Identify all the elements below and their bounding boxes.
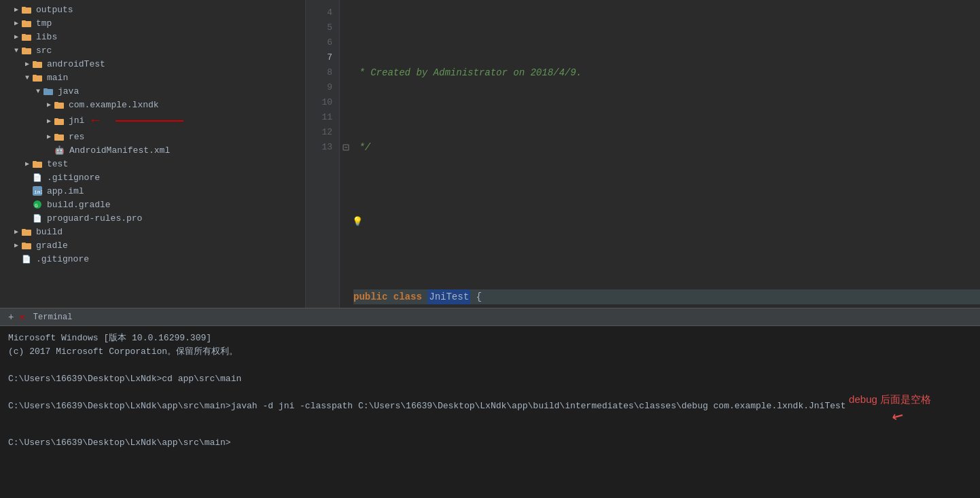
file-icon-gitignore-root: 📄 — [22, 255, 31, 264]
terminal-line-7 — [8, 423, 972, 436]
folder-icon-jni — [54, 117, 64, 125]
sidebar-item-test[interactable]: test — [0, 157, 305, 171]
code-content[interactable]: * Created by Administrator on 2018/4/9. … — [340, 0, 980, 308]
code-container[interactable]: 4 5 6 7 8 9 10 11 12 13 * Created by Adm… — [306, 0, 980, 308]
tree-arrow-java — [33, 86, 43, 96]
sidebar-label-libs: libs — [36, 32, 57, 42]
sidebar-item-jni[interactable]: jni ← — [0, 111, 305, 130]
terminal-line-4: C:\Users\16639\Desktop\LxNdk>cd app\src\… — [8, 372, 972, 386]
terminal-line-2: (c) 2017 Microsoft Corporation。保留所有权利。 — [8, 345, 972, 359]
svg-rect-29 — [22, 243, 26, 245]
sidebar-label-gitignore: .gitignore — [47, 173, 100, 183]
sidebar-label-gitignore-root: .gitignore — [36, 254, 89, 264]
sidebar-item-libs[interactable]: libs — [0, 30, 305, 43]
sidebar-label-androidmanifest: AndroidManifest.xml — [69, 145, 170, 156]
sidebar-item-appiml[interactable]: iml app.iml — [0, 184, 305, 198]
sidebar-item-src[interactable]: src — [0, 43, 305, 57]
space — [422, 289, 427, 304]
sidebar-item-proguard[interactable]: 📄 proguard-rules.pro — [0, 211, 305, 225]
svg-rect-5 — [22, 34, 26, 36]
tree-arrow-build — [11, 226, 22, 237]
terminal-close-icon[interactable]: ✕ — [19, 311, 24, 323]
sidebar-label-java: java — [58, 86, 79, 96]
terminal-line-6: C:\Users\16639\Desktop\LxNdk\app\src\mai… — [8, 399, 972, 423]
svg-rect-21 — [33, 161, 37, 163]
line-num-5: 5 — [313, 20, 332, 35]
file-icon-appiml: iml — [33, 186, 42, 196]
svg-rect-7 — [22, 48, 26, 50]
svg-rect-17 — [54, 118, 58, 120]
file-tree-sidebar[interactable]: outputs tmp libs src — [0, 0, 306, 308]
folder-icon-tmp — [22, 19, 31, 27]
sidebar-item-java[interactable]: java — [0, 84, 305, 98]
terminal-line-5 — [8, 386, 972, 399]
bulb-icon: 💡 — [352, 215, 363, 230]
code-line-6: 💡 — [353, 215, 980, 230]
tree-arrow-src — [11, 45, 22, 56]
folder-icon-build — [22, 228, 31, 236]
classname-jnitest: JniTest — [427, 289, 470, 304]
folder-icon-java — [43, 87, 53, 95]
sidebar-item-main[interactable]: main — [0, 71, 305, 84]
red-arrow-line — [116, 120, 183, 122]
debug-annotation: debug 后面是空格 ↙ — [849, 399, 972, 423]
file-icon-proguard: 📄 — [33, 214, 42, 223]
sidebar-item-buildgradle[interactable]: G build.gradle — [0, 198, 305, 211]
code-line-7: public class JniTest { — [353, 289, 980, 304]
sidebar-item-gitignore[interactable]: 📄 .gitignore — [0, 171, 305, 184]
sidebar-label-gradle: gradle — [36, 241, 68, 251]
sidebar-label-buildgradle: build.gradle — [47, 200, 111, 210]
sidebar-item-outputs[interactable]: outputs — [0, 3, 305, 16]
tree-arrow-test — [22, 158, 33, 169]
sidebar-item-androidmanifest[interactable]: 🤖 AndroidManifest.xml — [0, 143, 305, 157]
tree-arrow-main — [22, 72, 33, 83]
folder-icon-res — [54, 132, 64, 141]
code-brace-open: { — [470, 289, 482, 304]
sidebar-label-build: build — [36, 227, 63, 237]
tree-arrow-androidtest — [22, 58, 33, 69]
svg-text:iml: iml — [34, 189, 42, 195]
line-numbers: 4 5 6 7 8 9 10 11 12 13 — [306, 0, 340, 308]
debug-note-text: debug 后面是空格 — [849, 393, 931, 406]
tree-arrow-res — [43, 131, 54, 142]
tree-arrow-jni — [43, 115, 54, 126]
svg-rect-1 — [22, 7, 26, 9]
sidebar-label-androidtest: androidTest — [47, 59, 105, 69]
svg-rect-3 — [22, 20, 26, 22]
tree-arrow-libs — [11, 31, 22, 42]
line-num-12: 12 — [313, 125, 332, 140]
svg-rect-19 — [54, 134, 58, 136]
sidebar-label-main: main — [47, 73, 68, 83]
line-num-4: 4 — [313, 5, 332, 20]
sidebar-item-gitignore-root[interactable]: 📄 .gitignore — [0, 252, 305, 266]
sidebar-label-res: res — [69, 132, 84, 142]
tree-arrow-tmp — [11, 18, 22, 29]
debug-arrow: ↙ — [890, 407, 907, 425]
terminal-content[interactable]: Microsoft Windows [版本 10.0.16299.309] (c… — [0, 326, 980, 498]
folder-icon-outputs — [22, 5, 31, 14]
sidebar-item-androidtest[interactable]: androidTest — [0, 57, 305, 71]
sidebar-item-gradle[interactable]: gradle — [0, 238, 305, 252]
file-icon-androidmanifest: 🤖 — [54, 145, 65, 156]
tree-arrow-outputs — [11, 4, 22, 15]
main-area: outputs tmp libs src — [0, 0, 980, 308]
folder-icon-test — [33, 160, 42, 168]
folder-icon-androidtest — [33, 60, 42, 68]
red-arrow-jni: ← — [91, 113, 99, 128]
terminal-plus-icon[interactable]: + — [8, 312, 14, 323]
svg-rect-11 — [33, 75, 37, 77]
folder-icon-libs — [22, 33, 31, 41]
sidebar-item-build[interactable]: build — [0, 225, 305, 238]
sidebar-label-jni: jni — [69, 115, 84, 126]
svg-rect-15 — [54, 102, 58, 104]
line-num-10: 10 — [313, 95, 332, 110]
sidebar-item-com-example[interactable]: com.example.lxndk — [0, 98, 305, 111]
file-icon-gitignore: 📄 — [33, 173, 42, 182]
sidebar-item-tmp[interactable]: tmp — [0, 16, 305, 30]
folder-icon-com-example — [54, 101, 64, 109]
code-text-4: * Created by Administrator on 2018/4/9. — [353, 65, 582, 80]
keyword-public: public class — [353, 289, 422, 304]
sidebar-item-res[interactable]: res — [0, 130, 305, 143]
line-num-11: 11 — [313, 110, 332, 125]
terminal-tab-label[interactable]: Terminal — [33, 313, 73, 322]
